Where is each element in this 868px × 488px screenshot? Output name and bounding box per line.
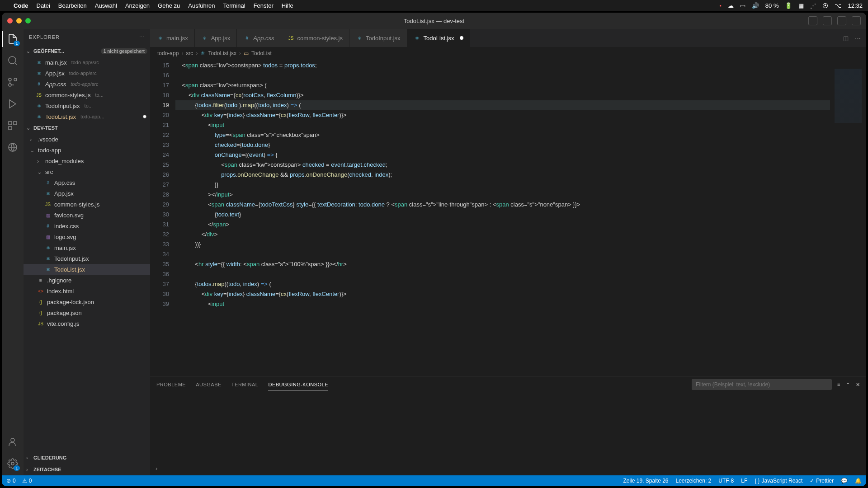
file-item[interactable]: ▨favicon.svg (24, 210, 150, 221)
status-prettier[interactable]: ✓ Prettier (810, 478, 834, 484)
menu-file[interactable]: Datei (37, 2, 50, 9)
battery-icon[interactable]: 🔋 (785, 2, 792, 9)
file-item[interactable]: JScommon-styles.js (24, 199, 150, 210)
editor-tab[interactable]: #App.css (237, 29, 281, 47)
sidebar-more-icon[interactable]: ⋯ (139, 34, 145, 40)
file-item[interactable]: JSvite.config.js (24, 318, 150, 329)
panel-tab[interactable]: TERMINAL (231, 379, 259, 390)
breadcrumb-hint-icon[interactable]: › (156, 465, 157, 472)
volume-icon[interactable]: 🔊 (752, 2, 759, 9)
editor-tab[interactable]: ⚛TodoInput.jsx (349, 29, 407, 47)
menu-run[interactable]: Ausführen (188, 2, 215, 9)
status-encoding[interactable]: UTF-8 (718, 478, 734, 484)
record-icon[interactable]: ▪ (719, 2, 722, 9)
file-item[interactable]: ⚛main.jsx (24, 242, 150, 253)
open-editors-header[interactable]: ⌄ GEÖFFNET... 1 nicht gespeichert (24, 45, 150, 57)
filter-icon[interactable]: ≡ (837, 382, 840, 387)
status-errors[interactable]: ⊘ 0 (6, 478, 16, 484)
status-position[interactable]: Zeile 19, Spalte 26 (623, 478, 668, 484)
status-warnings[interactable]: ⚠ 0 (22, 478, 32, 484)
activity-search[interactable] (6, 54, 19, 67)
spotlight-icon[interactable]: ⦿ (822, 2, 828, 9)
more-tabs-icon[interactable]: ⋯ (855, 35, 861, 42)
file-item[interactable]: ⚛App.jsx (24, 188, 150, 199)
panel-expand-icon[interactable]: ⌃ (846, 382, 850, 388)
debug-filter-input[interactable] (692, 379, 832, 390)
layout-bottom-button[interactable] (823, 16, 832, 25)
file-item[interactable]: <>index.html (24, 286, 150, 296)
folder-item[interactable]: ›.vscode (24, 134, 150, 145)
editor-tab[interactable]: ⚛main.jsx (150, 29, 195, 47)
panel-tab[interactable]: AUSGABE (196, 379, 222, 390)
menu-terminal[interactable]: Terminal (223, 2, 245, 9)
panel-tab[interactable]: DEBUGGING-KONSOLE (268, 379, 328, 390)
wifi-icon[interactable]: ⋰ (810, 2, 816, 9)
status-feedback-icon[interactable]: 💬 (841, 478, 848, 484)
editor-tab[interactable]: ⚛App.jsx (195, 29, 237, 47)
clock[interactable]: 12:32 (848, 2, 863, 9)
open-editor-item[interactable]: ⚛App.jsxtodo-app/src (24, 68, 150, 79)
cloud-icon[interactable]: ☁ (728, 2, 734, 9)
close-window-button[interactable] (7, 18, 13, 23)
maximize-window-button[interactable] (25, 18, 31, 23)
menu-window[interactable]: Fenster (254, 2, 274, 9)
layout-grid-button[interactable] (852, 16, 861, 25)
folder-item[interactable]: ⌄todo-app (24, 145, 150, 155)
menu-view[interactable]: Anzeigen (125, 2, 150, 9)
screen-icon[interactable]: ▭ (740, 2, 745, 9)
control-center-icon[interactable]: ⌥ (835, 2, 841, 9)
menu-help[interactable]: Hilfe (282, 2, 293, 9)
open-editor-item[interactable]: JScommon-styles.jsto... (24, 89, 150, 100)
bottom-panel: PROBLEMEAUSGABETERMINALDEBUGGING-KONSOLE… (150, 376, 866, 475)
menu-selection[interactable]: Auswahl (95, 2, 117, 9)
svg-rect-6 (9, 122, 12, 125)
layout-left-button[interactable] (808, 16, 817, 25)
file-item[interactable]: {}package.json (24, 307, 150, 318)
layout-right-button[interactable] (837, 16, 846, 25)
workspace-header[interactable]: ⌄ DEV-TEST (24, 122, 150, 134)
activity-remote[interactable] (6, 141, 19, 154)
activity-extensions[interactable] (6, 119, 19, 132)
status-spaces[interactable]: Leerzeichen: 2 (676, 478, 712, 484)
battery-text[interactable]: 80 % (765, 2, 779, 9)
minimize-window-button[interactable] (16, 18, 22, 23)
menu-edit[interactable]: Bearbeiten (58, 2, 87, 9)
file-item[interactable]: ⚛TodoInput.jsx (24, 253, 150, 264)
file-item[interactable]: {}package-lock.json (24, 296, 150, 307)
status-bell-icon[interactable]: 🔔 (855, 478, 862, 484)
panel-close-icon[interactable]: ✕ (856, 382, 860, 388)
status-eol[interactable]: LF (741, 478, 747, 484)
file-item[interactable]: #App.css (24, 177, 150, 188)
folder-item[interactable]: ›node_modules (24, 155, 150, 166)
open-editor-item[interactable]: ⚛main.jsxtodo-app/src (24, 57, 150, 68)
folder-item[interactable]: ⌄src (24, 166, 150, 177)
app-name[interactable]: Code (14, 2, 28, 9)
breadcrumb[interactable]: todo-app› src› ⚛TodoList.jsx› ▭TodoList (150, 47, 866, 60)
file-item[interactable]: ≡.hgignore (24, 275, 150, 286)
editor-tab[interactable]: ⚛TodoList.jsx (407, 29, 470, 47)
svg-point-2 (14, 78, 17, 81)
activity-settings[interactable]: 1 (6, 457, 19, 470)
svg-point-4 (9, 78, 11, 81)
panel-tab[interactable]: PROBLEME (156, 379, 186, 390)
activity-account[interactable] (6, 436, 19, 448)
open-editor-item[interactable]: #App.csstodo-app/src (24, 79, 150, 89)
activity-run-debug[interactable] (6, 98, 19, 110)
timeline-header[interactable]: › ZEITACHSE (24, 464, 150, 475)
minimap[interactable] (830, 60, 866, 376)
activity-source-control[interactable] (6, 76, 19, 89)
file-item[interactable]: ▨logo.svg (24, 231, 150, 242)
file-item[interactable]: ⚛TodoList.jsx (24, 264, 150, 275)
open-editor-item[interactable]: ⚛TodoList.jsxtodo-app... (24, 111, 150, 122)
activity-explorer[interactable]: 1 (6, 33, 19, 45)
code-editor[interactable]: <span class="kw">constspan> todos = prop… (175, 60, 830, 376)
file-item[interactable]: #index.css (24, 221, 150, 231)
menu-go[interactable]: Gehe zu (158, 2, 180, 9)
status-lang[interactable]: { } JavaScript React (755, 478, 802, 484)
split-editor-icon[interactable]: ◫ (843, 35, 849, 42)
editor-tab[interactable]: JScommon-styles.js (281, 29, 349, 47)
line-gutter[interactable]: 1516171819202122232425262728293031323334… (150, 60, 175, 376)
tray-icon[interactable]: ▦ (798, 2, 804, 9)
open-editor-item[interactable]: ⚛TodoInput.jsxto... (24, 100, 150, 111)
outline-header[interactable]: › GLIEDERUNG (24, 452, 150, 464)
